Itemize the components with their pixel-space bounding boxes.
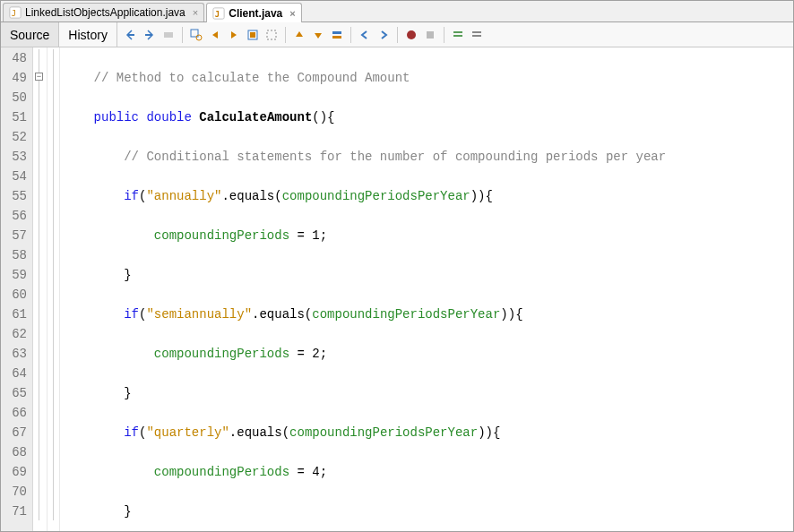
line-number: 66 — [1, 403, 27, 423]
line-number: 68 — [1, 442, 27, 462]
comment-icon[interactable] — [450, 27, 466, 43]
svg-rect-12 — [332, 31, 341, 34]
editor-toolbar — [117, 27, 490, 43]
svg-text:J: J — [215, 9, 220, 18]
margin-column — [47, 47, 60, 531]
svg-rect-13 — [332, 36, 341, 39]
line-number: 65 — [1, 383, 27, 403]
line-number: 71 — [1, 502, 27, 521]
toolbar-icon[interactable] — [160, 27, 177, 43]
shift-right-icon[interactable] — [375, 27, 392, 43]
uncomment-icon[interactable] — [469, 27, 485, 43]
line-number: 49 — [1, 68, 27, 88]
svg-rect-6 — [164, 32, 173, 38]
find-selection-icon[interactable] — [188, 27, 204, 43]
find-next-icon[interactable] — [226, 27, 242, 43]
line-number: 50 — [1, 88, 27, 107]
toolbar-icon[interactable] — [329, 27, 345, 43]
source-tab[interactable]: Source — [1, 22, 59, 47]
editor-subbar: Source History — [1, 22, 793, 47]
separator — [350, 27, 351, 43]
line-number: 61 — [1, 305, 27, 324]
svg-rect-10 — [250, 32, 255, 38]
file-tab-label: LinkedListObjectsApplication.java — [25, 6, 186, 19]
file-tab-client[interactable]: J Client.java × — [206, 3, 301, 22]
svg-rect-11 — [267, 30, 276, 39]
margin-guide-line — [53, 49, 54, 520]
code-content[interactable]: // Method to calculate the Compound Amou… — [60, 47, 793, 531]
line-number: 53 — [1, 147, 27, 167]
java-file-icon: J — [212, 7, 225, 20]
file-tab-label: Client.java — [229, 7, 282, 20]
line-number: 70 — [1, 482, 27, 502]
shift-left-icon[interactable] — [357, 27, 373, 43]
next-bookmark-icon[interactable] — [310, 27, 326, 43]
line-number: 52 — [1, 127, 27, 147]
separator — [397, 27, 398, 43]
close-icon[interactable]: × — [193, 7, 198, 18]
line-number-gutter[interactable]: 48 49 50 51 52 53 54 55 56 57 58 59 60 6… — [1, 47, 33, 531]
toggle-highlight-icon[interactable] — [245, 27, 261, 43]
java-file-icon: J — [9, 6, 22, 19]
file-tabs-row: J LinkedListObjectsApplication.java × J … — [1, 1, 793, 22]
line-number: 48 — [1, 48, 27, 68]
separator — [285, 27, 286, 43]
line-number: 62 — [1, 324, 27, 344]
macro-record-icon[interactable] — [403, 27, 419, 43]
fold-guide-line — [39, 49, 39, 520]
line-number: 60 — [1, 285, 27, 305]
close-icon[interactable]: × — [289, 8, 295, 19]
line-number: 56 — [1, 206, 27, 226]
nav-forward-icon[interactable] — [142, 27, 158, 43]
nav-back-icon[interactable] — [123, 27, 139, 43]
macro-stop-icon[interactable] — [422, 27, 438, 43]
line-number: 59 — [1, 265, 27, 285]
line-number: 58 — [1, 245, 27, 265]
line-number: 51 — [1, 107, 27, 127]
line-number: 64 — [1, 364, 27, 383]
svg-text:J: J — [12, 9, 16, 18]
line-number: 69 — [1, 462, 27, 482]
toolbar-icon[interactable] — [263, 27, 280, 43]
prev-bookmark-icon[interactable] — [291, 27, 307, 43]
line-number: 55 — [1, 186, 27, 206]
separator — [182, 27, 183, 43]
line-number: 63 — [1, 344, 27, 364]
svg-rect-15 — [427, 31, 434, 39]
svg-rect-4 — [127, 34, 134, 36]
fold-column[interactable]: − — [33, 47, 47, 531]
separator — [444, 27, 444, 43]
svg-rect-5 — [145, 34, 152, 36]
svg-point-8 — [196, 35, 202, 40]
line-number: 57 — [1, 226, 27, 245]
find-prev-icon[interactable] — [207, 27, 223, 43]
file-tab-linkedlist[interactable]: J LinkedListObjectsApplication.java × — [3, 3, 204, 21]
editor-area: 48 49 50 51 52 53 54 55 56 57 58 59 60 6… — [1, 47, 793, 531]
line-number: 54 — [1, 167, 27, 186]
history-tab[interactable]: History — [59, 22, 117, 47]
svg-point-14 — [407, 30, 416, 39]
fold-toggle-icon[interactable]: − — [35, 73, 43, 81]
line-number: 67 — [1, 423, 27, 442]
